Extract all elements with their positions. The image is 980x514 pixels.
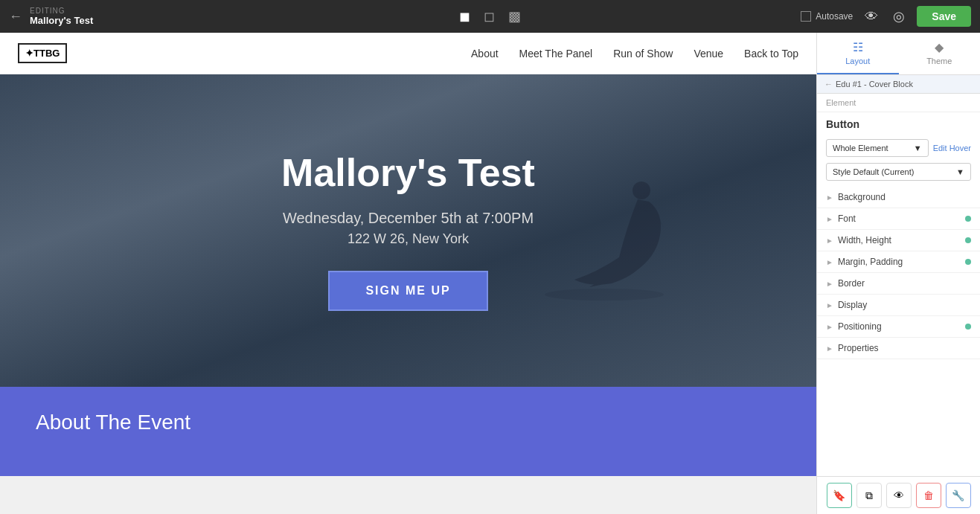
autosave-checkbox[interactable]	[801, 11, 811, 22]
layout-tab-icon: ☷	[853, 40, 863, 54]
right-panel: ☷ Layout ◆ Theme ← Edu #1 - Cover Block …	[816, 33, 980, 514]
panel-section-title: Button	[817, 112, 980, 136]
theme-tab-label: Theme	[926, 57, 952, 65]
editor-bar-right: Autosave 👁 ◎ Save	[801, 5, 971, 28]
logo-box: ✦TTBG	[18, 43, 67, 63]
prop-label-width-height: Width, Height	[838, 235, 965, 245]
edit-hover-link[interactable]: Edit Hover	[933, 144, 971, 152]
breadcrumb-text: Edu #1 - Cover Block	[836, 80, 913, 89]
panel-breadcrumb[interactable]: ← Edu #1 - Cover Block	[817, 75, 980, 94]
site-nav: ✦TTBG About Meet The Panel Run of Show V…	[0, 33, 816, 74]
prop-arrow-icon: ►	[826, 280, 833, 288]
prop-label-border: Border	[838, 278, 971, 289]
save-button[interactable]: Save	[917, 6, 971, 27]
layout-tab-label: Layout	[845, 57, 870, 65]
prop-row-background[interactable]: ► Background	[817, 187, 980, 208]
nav-link-back-to-top[interactable]: Back to Top	[744, 48, 798, 60]
hero-cta-button[interactable]: SIGN ME UP	[328, 271, 487, 311]
autosave-label: Autosave	[816, 11, 853, 22]
editing-text: EDITING	[30, 7, 93, 15]
prop-arrow-icon: ►	[826, 193, 833, 202]
editor-bar-left: ← EDITING Mallory's Test	[9, 7, 93, 26]
prop-row-margin-padding[interactable]: ► Margin, Padding	[817, 251, 980, 273]
prop-label-margin-padding: Margin, Padding	[838, 257, 965, 267]
nav-link-venue[interactable]: Venue	[694, 48, 723, 60]
site-logo: ✦TTBG	[18, 43, 67, 63]
panel-element-label: Element	[817, 94, 980, 112]
prop-row-positioning[interactable]: ► Positioning	[817, 316, 980, 338]
style-select-label: Style Default (Current)	[833, 167, 914, 176]
prop-dot-font	[965, 216, 971, 222]
prop-arrow-icon: ►	[826, 237, 833, 245]
panel-property-list: ► Background ► Font ► Width, Height ► Ma…	[817, 187, 980, 476]
prop-arrow-icon: ►	[826, 301, 833, 309]
prop-dot-positioning	[965, 324, 971, 330]
prop-label-positioning: Positioning	[838, 321, 965, 332]
prop-arrow-icon: ►	[826, 323, 833, 331]
prop-row-properties[interactable]: ► Properties	[817, 338, 980, 359]
prop-arrow-icon: ►	[826, 344, 833, 353]
hide-button[interactable]: 👁	[886, 483, 912, 508]
about-section: About The Event	[0, 387, 816, 476]
hero-section: Mallory's Test Wednesday, December 5th a…	[0, 74, 816, 387]
tab-layout[interactable]: ☷ Layout	[817, 33, 899, 74]
style-select[interactable]: Style Default (Current) ▼	[826, 163, 971, 181]
breadcrumb-arrow: ←	[824, 80, 833, 89]
theme-tab-icon: ◆	[935, 40, 944, 54]
prop-arrow-icon: ►	[826, 258, 833, 266]
prop-row-border[interactable]: ► Border	[817, 273, 980, 295]
hero-content: Mallory's Test Wednesday, December 5th a…	[281, 150, 535, 311]
hero-address: 122 W 26, New York	[281, 231, 535, 247]
tablet-device-button[interactable]: ◻	[481, 5, 498, 28]
prop-row-width-height[interactable]: ► Width, Height	[817, 230, 980, 251]
prop-dot-margin-padding	[965, 259, 971, 265]
editor-bar: ← EDITING Mallory's Test ◼ ◻ ▩ Autosave …	[0, 0, 980, 33]
nav-link-run-of-show[interactable]: Run of Show	[613, 48, 673, 60]
panel-tabs: ☷ Layout ◆ Theme	[817, 33, 980, 75]
autosave-area: Autosave	[801, 11, 853, 22]
panel-dropdown-row: Whole Element ▼ Edit Hover	[817, 136, 980, 163]
canvas-area: ✦TTBG About Meet The Panel Run of Show V…	[0, 33, 816, 514]
prop-dot-width-height	[965, 237, 971, 243]
hero-title: Mallory's Test	[281, 150, 535, 195]
editing-page-name: Mallory's Test	[30, 15, 93, 26]
nav-link-meet-the-panel[interactable]: Meet The Panel	[519, 48, 593, 60]
desktop-device-button[interactable]: ◼	[456, 5, 473, 28]
dropdown-arrow-icon: ▼	[914, 144, 922, 152]
prop-label-font: Font	[838, 213, 965, 224]
bookmark-button[interactable]: 🔖	[827, 483, 852, 508]
prop-label-properties: Properties	[838, 343, 971, 353]
prop-row-display[interactable]: ► Display	[817, 295, 980, 316]
back-button[interactable]: ←	[9, 9, 22, 25]
svg-point-1	[545, 289, 664, 301]
prop-row-font[interactable]: ► Font	[817, 208, 980, 230]
copy-button[interactable]: ⧉	[856, 483, 882, 508]
prop-label-background: Background	[838, 192, 971, 202]
about-title: About The Event	[36, 411, 781, 434]
prop-arrow-icon: ►	[826, 215, 833, 223]
device-switcher: ◼ ◻ ▩	[456, 5, 524, 28]
site-nav-links: About Meet The Panel Run of Show Venue B…	[471, 48, 798, 60]
delete-button[interactable]: 🗑	[916, 483, 941, 508]
preview-button[interactable]: 👁	[862, 6, 881, 28]
settings-button[interactable]: 🔧	[946, 483, 971, 508]
prop-label-display: Display	[838, 300, 971, 310]
surfer-silhouette	[545, 168, 694, 317]
style-select-arrow-icon: ▼	[956, 167, 964, 176]
editing-label: EDITING Mallory's Test	[30, 7, 93, 26]
panel-actions: 🔖 ⧉ 👁 🗑 🔧	[817, 476, 980, 514]
main-layout: ✦TTBG About Meet The Panel Run of Show V…	[0, 33, 980, 514]
tab-theme[interactable]: ◆ Theme	[899, 33, 981, 74]
whole-element-dropdown[interactable]: Whole Element ▼	[826, 139, 929, 157]
svg-point-0	[632, 181, 650, 199]
mobile-device-button[interactable]: ▩	[505, 5, 524, 28]
collaborate-button[interactable]: ◎	[890, 5, 908, 28]
nav-link-about[interactable]: About	[471, 48, 499, 60]
whole-element-label: Whole Element	[833, 144, 888, 152]
hero-date: Wednesday, December 5th at 7:00PM	[281, 210, 535, 227]
